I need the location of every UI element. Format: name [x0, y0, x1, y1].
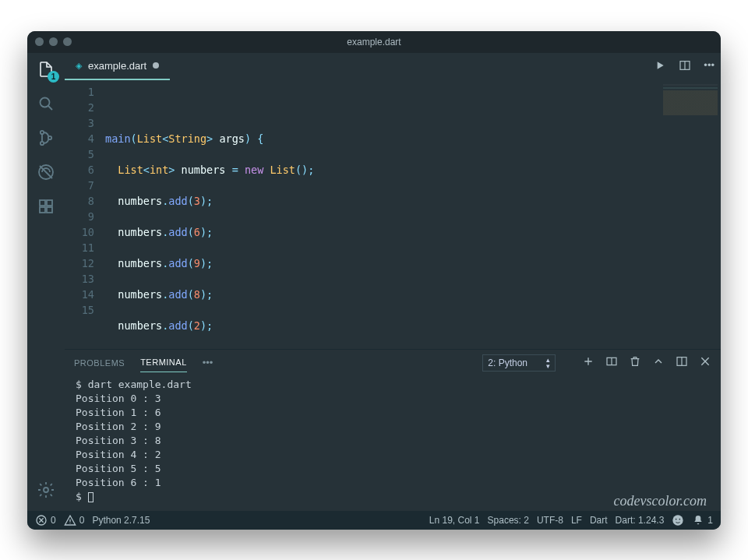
run-icon[interactable]	[654, 59, 666, 74]
svg-rect-6	[47, 200, 52, 206]
close-panel-icon[interactable]	[699, 355, 711, 370]
extensions-icon[interactable]	[36, 196, 56, 217]
svg-rect-7	[40, 207, 45, 213]
window-title: example.dart	[27, 37, 721, 48]
minimap[interactable]	[663, 84, 718, 154]
kill-terminal-icon[interactable]	[629, 355, 641, 370]
titlebar: example.dart	[27, 31, 721, 53]
terminal-cursor	[88, 492, 94, 502]
chevron-updown-icon: ▴▾	[546, 357, 550, 369]
tab-bar: ◈ example.dart •••	[65, 53, 721, 81]
svg-point-1	[41, 130, 44, 133]
svg-point-9	[44, 488, 48, 492]
tab-dirty-indicator	[153, 62, 159, 69]
watermark: codevscolor.com	[614, 494, 707, 508]
status-dart-version[interactable]: Dart: 1.24.3	[616, 515, 665, 526]
status-errors[interactable]: 0	[35, 514, 56, 527]
svg-rect-8	[47, 207, 52, 213]
tab-label: example.dart	[88, 60, 146, 72]
status-notifications[interactable]: 1	[692, 514, 713, 527]
settings-gear-icon[interactable]	[36, 480, 56, 500]
tab-problems[interactable]: PROBLEMS	[74, 354, 125, 372]
dart-file-icon: ◈	[76, 61, 82, 71]
debug-icon[interactable]	[36, 162, 56, 182]
source-control-icon[interactable]	[36, 128, 56, 148]
status-eol[interactable]: LF	[571, 515, 582, 526]
terminal[interactable]: $ dart example.dart Position 0 : 3 Posit…	[65, 376, 721, 511]
svg-point-14	[673, 515, 683, 525]
split-editor-icon[interactable]	[679, 59, 691, 74]
svg-point-2	[41, 141, 44, 144]
svg-rect-5	[40, 200, 45, 206]
code-editor[interactable]: 123 456 789 101112 131415 main(List<Stri…	[65, 81, 721, 349]
split-terminal-icon[interactable]	[605, 355, 618, 370]
svg-point-3	[48, 136, 51, 139]
tab-example-dart[interactable]: ◈ example.dart	[65, 53, 170, 80]
more-actions-icon[interactable]: •••	[704, 59, 714, 74]
status-feedback-icon[interactable]	[672, 514, 684, 527]
vscode-window: example.dart 1	[27, 31, 721, 530]
status-encoding[interactable]: UTF-8	[537, 515, 563, 526]
panel-tabs: PROBLEMS TERMINAL ••• 2: Python ▴▾	[65, 350, 721, 376]
svg-point-15	[676, 518, 677, 519]
editor-actions: •••	[654, 59, 714, 74]
svg-point-0	[41, 97, 50, 107]
terminal-selector[interactable]: 2: Python ▴▾	[482, 354, 556, 372]
explorer-icon[interactable]: 1	[36, 59, 56, 79]
status-python[interactable]: Python 2.7.15	[92, 515, 150, 526]
tab-terminal[interactable]: TERMINAL	[140, 353, 187, 372]
search-icon[interactable]	[36, 93, 56, 114]
panel-more-tabs[interactable]: •••	[203, 357, 213, 368]
explorer-badge: 1	[48, 71, 59, 83]
status-language[interactable]: Dart	[590, 515, 608, 526]
gutter: 123 456 789 101112 131415	[65, 81, 105, 349]
status-bar: 0 0 Python 2.7.15 Ln 19, Col 1 Spaces: 2…	[27, 511, 721, 530]
maximize-panel-icon[interactable]	[652, 355, 665, 370]
new-terminal-icon[interactable]	[582, 355, 595, 370]
status-warnings[interactable]: 0	[64, 514, 85, 527]
code-area[interactable]: main(List<String> args) { List<int> numb…	[105, 81, 721, 349]
status-cursor[interactable]: Ln 19, Col 1	[429, 515, 480, 526]
status-spaces[interactable]: Spaces: 2	[488, 515, 529, 526]
activity-bar: 1	[27, 53, 65, 511]
svg-point-16	[679, 518, 681, 519]
bottom-panel: PROBLEMS TERMINAL ••• 2: Python ▴▾	[65, 349, 721, 511]
toggle-panel-icon[interactable]	[676, 355, 688, 370]
